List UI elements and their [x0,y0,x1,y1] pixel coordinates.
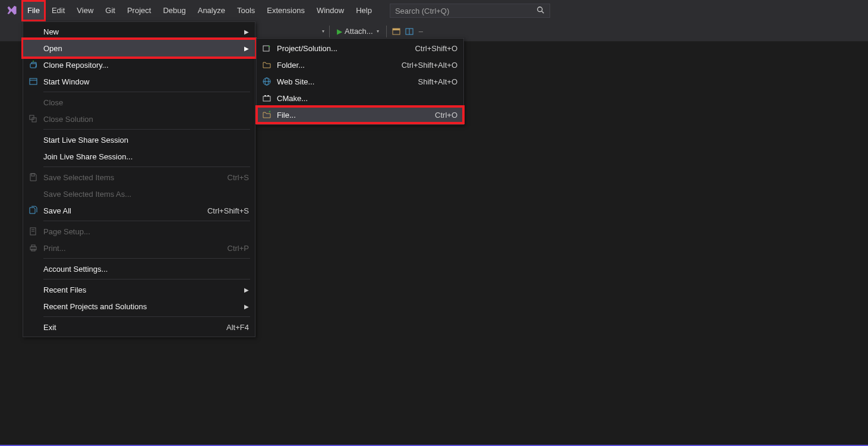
svg-rect-11 [31,174,34,176]
attach-label: Attach... [345,27,373,36]
svg-rect-18 [263,46,269,51]
open-row-highlight: Open▶ [23,39,255,57]
file-menu-account-settings[interactable]: Account Settings... [23,260,255,277]
menu-analyze[interactable]: Analyze [192,0,231,21]
save-icon [27,172,40,182]
chevron-down-icon: ▾ [377,29,379,34]
menu-item-label: Folder... [277,61,390,70]
file-menu-clone-repository[interactable]: Clone Repository... [23,56,255,73]
menu-item-label: File... [277,111,423,120]
menu-extensions[interactable]: Extensions [261,0,311,21]
menu-item-shortcut: Ctrl+O [435,111,457,120]
file-menu-save-selected-items: Save Selected ItemsCtrl+S [23,169,255,186]
svg-rect-24 [267,95,269,96]
toolbar-separator [329,26,330,37]
menu-item-label: Close [43,98,249,107]
menu-item-label: Exit [43,323,214,332]
menu-git[interactable]: Git [99,0,121,21]
proj-icon [260,43,273,53]
menu-item-shortcut: Ctrl+Shift+O [415,44,457,53]
menu-separator [43,279,250,279]
file-menu-start-live-share-session[interactable]: Start Live Share Session [23,131,255,148]
menu-item-label: Page Setup... [43,227,249,236]
menu-item-shortcut: Ctrl+Shift+Alt+O [402,61,457,70]
svg-line-1 [542,11,544,13]
open-submenu-file[interactable]: File...Ctrl+O [257,106,463,123]
file-menu-start-window[interactable]: Start Window [23,73,255,90]
menu-separator [43,258,250,259]
menu-item-shortcut: Ctrl+Shift+S [207,206,249,215]
file-menu-join-live-share-session[interactable]: Join Live Share Session... [23,148,255,165]
menu-item-label: Recent Files [43,285,241,294]
menu-separator [43,316,250,317]
svg-point-0 [538,7,542,11]
open-submenu-web-site[interactable]: Web Site...Shift+Alt+O [257,73,463,90]
menu-project[interactable]: Project [121,0,157,21]
overflow-icon[interactable]: – [419,27,423,36]
cmake-icon [260,93,273,103]
menu-item-shortcut: Ctrl+S [228,173,249,182]
web-icon [260,77,273,86]
menu-item-label: Account Settings... [43,265,249,274]
saveall-icon [27,206,40,215]
play-icon: ▶ [337,27,342,36]
file-menu-exit[interactable]: ExitAlt+F4 [23,319,255,335]
clone-icon [27,60,40,70]
menu-edit[interactable]: Edit [46,0,71,21]
toolbar-separator [386,26,387,37]
menu-item-label: Clone Repository... [43,61,249,70]
menu-view[interactable]: View [71,0,99,21]
closesln-icon [27,114,40,124]
menu-item-label: Save All [43,206,195,215]
open-submenu-project-solution[interactable]: Project/Solution...Ctrl+Shift+O [257,40,463,56]
file-menu-new[interactable]: New▶ [23,23,255,40]
file-menu-page-setup: Page Setup... [23,223,255,240]
attach-button[interactable]: ▶ Attach... ▾ [334,27,381,36]
file-menu-save-selected-items-as: Save Selected Items As... [23,186,255,202]
file-menu-recent-projects-and-solutions[interactable]: Recent Projects and Solutions▶ [23,298,255,315]
menu-item-label: Save Selected Items As... [43,190,249,199]
file-menu-close-solution: Close Solution [23,111,255,127]
menu-item-label: Web Site... [277,77,406,86]
menu-item-label: Close Solution [43,115,249,124]
file-menu-print: Print...Ctrl+P [23,240,255,256]
submenu-arrow-icon: ▶ [241,303,249,310]
menu-help[interactable]: Help [350,0,378,21]
menu-debug[interactable]: Debug [157,0,191,21]
menu-window[interactable]: Window [311,0,350,21]
vs-logo-icon [2,1,21,20]
menu-tools[interactable]: Tools [231,0,261,21]
file-menu-save-all[interactable]: Save AllCtrl+Shift+S [23,202,255,219]
menu-item-label: CMake... [277,94,457,103]
menu-item-shortcut: Shift+Alt+O [418,77,457,86]
pagesetup-icon [27,227,40,236]
toolbar-icon-2[interactable] [405,27,415,36]
file-menu-open[interactable]: Open▶ [23,40,255,56]
menu-item-label: Start Window [43,77,249,86]
print-icon [27,243,40,253]
menu-item-label: Recent Projects and Solutions [43,302,241,311]
svg-rect-22 [263,96,270,101]
toolbar-dropdown-icon[interactable]: ▾ [322,29,324,34]
menu-separator [43,167,250,167]
folder-icon [260,60,273,70]
toolbar-icon-1[interactable] [392,27,402,36]
menu-item-shortcut: Alt+F4 [226,323,249,332]
menu-item-label: Open [43,44,241,53]
menu-item-label: Start Live Share Session [43,136,249,145]
menu-separator [43,221,250,221]
window-icon [27,77,40,86]
submenu-arrow-icon: ▶ [241,45,249,52]
menu-separator [43,92,250,92]
file-menu-recent-files[interactable]: Recent Files▶ [23,281,255,298]
file-menu-close: Close [23,94,255,111]
open-submenu-folder[interactable]: Folder...Ctrl+Shift+Alt+O [257,56,463,73]
menu-item-label: Join Live Share Session... [43,152,249,161]
open-submenu-dropdown: Project/Solution...Ctrl+Shift+OFolder...… [256,38,464,125]
file-icon [260,110,273,120]
open-submenu-cmake[interactable]: CMake... [257,90,463,106]
menu-item-shortcut: Ctrl+P [228,244,249,253]
svg-rect-7 [30,78,37,84]
menu-file[interactable]: File [21,0,46,21]
search-input[interactable]: Search (Ctrl+Q) [390,4,550,18]
